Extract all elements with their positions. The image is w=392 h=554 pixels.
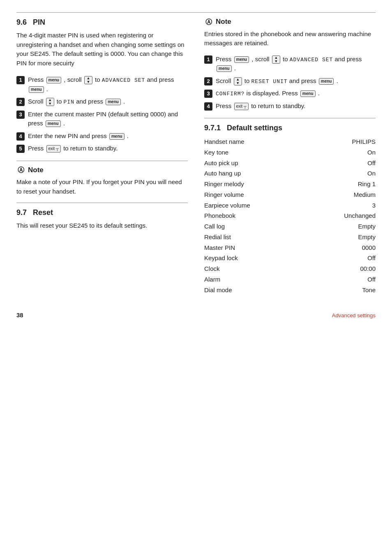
defaults-label: Alarm (204, 274, 306, 285)
pin-step3-dot: . (63, 120, 65, 127)
reset-step1-and-press: and press (335, 55, 362, 62)
reset-step3-dot: . (318, 90, 320, 97)
reset-section-heading: Reset (33, 208, 53, 217)
defaults-value: Off (306, 274, 376, 285)
defaults-value: 3 (306, 200, 376, 211)
defaults-table-row: Ringer volumeMedium (204, 189, 376, 200)
defaults-table-row: Redial listEmpty (204, 232, 376, 242)
left-column: 9.6 PIN The 4-digit master PIN is used w… (16, 17, 188, 295)
defaults-value: Empty (306, 221, 376, 232)
defaults-value: 00:00 (306, 263, 376, 274)
note-label-1: Note (28, 165, 44, 175)
pin-step-1: 1 Press menu , scroll ▲▼ to ADVANCED SET… (16, 75, 188, 94)
pin-step-4: 4 Enter the new PIN and press menu . (16, 132, 188, 141)
reset-step2-dot: . (337, 77, 338, 84)
reset-step-4-content: Press exit ┬ to return to standby. (216, 102, 376, 111)
pin-step-3-content: Enter the current master PIN (default se… (28, 110, 188, 128)
defaults-label: Earpiece volume (204, 200, 306, 211)
defaults-value: Off (306, 158, 376, 169)
nav-scroll-icon-2: ▲▼ (46, 98, 54, 106)
pin-step5-return: to return to standby. (63, 145, 118, 152)
defaults-label: Ringer melody (204, 179, 306, 189)
pin-step-2-content: Scroll ▲▼ to PIN and press menu . (28, 97, 188, 106)
reset-step3-confirm: CONFIRM? (216, 91, 244, 97)
defaults-label: Keypad lock (204, 253, 306, 263)
pin-step5-press: Press (28, 145, 46, 152)
menu-button-icon-r1: menu (234, 56, 249, 63)
page-number: 38 (16, 311, 23, 320)
pin-step4-dot: . (127, 132, 129, 139)
reset-steps-list: 1 Press menu , scroll ▲▼ to ADVANCED SET… (204, 55, 376, 111)
pin-step1-press: Press (28, 76, 46, 83)
reset-step1-advanced-set: ADVANCED SET (290, 57, 333, 63)
menu-button-icon-2: menu (29, 86, 44, 93)
defaults-table-row: Keypad lockOff (204, 253, 376, 263)
defaults-table-row: Ringer melodyRing 1 (204, 179, 376, 189)
note-body-1: Make a note of your PIN. If you forget y… (16, 178, 188, 196)
reset-step-2-content: Scroll ▲▼ to RESET UNIT and press menu . (216, 76, 376, 86)
defaults-value: Ring 1 (306, 179, 376, 189)
exit-button-icon-r4: exit ┬ (234, 103, 249, 110)
defaults-label: Master PIN (204, 242, 306, 253)
reset-step2-reset-unit: RESET UNIT (251, 78, 288, 85)
defaults-section-heading: Default settings (227, 124, 282, 132)
defaults-label: Auto pick up (204, 158, 306, 169)
defaults-table-row: Auto pick upOff (204, 158, 376, 169)
note-body-2: Entries stored in the phonebook and new … (204, 30, 376, 48)
defaults-table-row: Handset namePHILIPS (204, 136, 376, 147)
reset-step1-press: Press (216, 55, 233, 62)
reset-step-num-3: 3 (204, 90, 212, 98)
reset-step-2: 2 Scroll ▲▼ to RESET UNIT and press menu… (204, 76, 376, 86)
defaults-value: On (306, 147, 376, 158)
pin-step1-advanced-set: ADVANCED SET (102, 77, 145, 83)
step-num-2: 2 (16, 98, 25, 106)
reset-step3-text: is displayed. Press (247, 90, 300, 97)
note-title-2: Ⓐ Note (204, 17, 376, 27)
nav-scroll-icon-r1: ▲▼ (272, 55, 280, 64)
note-title-1: Ⓐ Note (16, 165, 188, 175)
pin-step1-scroll: , scroll (64, 76, 83, 83)
pin-section-body: The 4-digit master PIN is used when regi… (16, 31, 188, 68)
menu-button-icon-r2b: menu (319, 78, 334, 85)
defaults-value: Empty (306, 232, 376, 242)
defaults-value: PHILIPS (306, 136, 376, 147)
reset-step-3-content: CONFIRM? is displayed. Press menu . (216, 89, 376, 98)
reset-step-1: 1 Press menu , scroll ▲▼ to ADVANCED SET… (204, 55, 376, 73)
pin-step2-dot: . (123, 98, 125, 105)
note-block-2: Ⓐ Note Entries stored in the phonebook a… (204, 17, 376, 48)
defaults-value: Unchanged (306, 210, 376, 221)
reset-step2-to: to (244, 77, 251, 84)
pin-step-3: 3 Enter the current master PIN (default … (16, 110, 188, 128)
pin-step-2: 2 Scroll ▲▼ to PIN and press menu . (16, 97, 188, 106)
defaults-label: Dial mode (204, 285, 306, 295)
defaults-value: Off (306, 253, 376, 263)
pin-step1-to: to (95, 76, 102, 83)
exit-button-icon: exit ┬ (46, 145, 61, 152)
reset-step1-scroll: , scroll (251, 55, 271, 62)
reset-step4-press: Press (216, 102, 233, 109)
defaults-label: Ringer volume (204, 189, 306, 200)
defaults-table-row: Auto hang upOn (204, 168, 376, 179)
step-num-1: 1 (16, 76, 25, 84)
defaults-table-row: AlarmOff (204, 274, 376, 285)
defaults-table: Handset namePHILIPSKey toneOnAuto pick u… (204, 136, 376, 295)
pin-step2-scroll: Scroll (28, 98, 45, 105)
reset-section-number: 9.7 (16, 208, 27, 217)
defaults-value: 0000 (306, 242, 376, 253)
note-label-2: Note (216, 17, 231, 27)
defaults-section-number: 9.7.1 (204, 124, 221, 132)
right-column: Ⓐ Note Entries stored in the phonebook a… (204, 17, 376, 295)
nav-scroll-icon-r2: ▲▼ (234, 77, 242, 85)
reset-section: 9.7 Reset This will reset your SE245 to … (16, 207, 188, 231)
step-num-5: 5 (16, 145, 25, 153)
menu-button-icon-4: menu (46, 120, 61, 127)
defaults-value: Tone (306, 285, 376, 295)
note-icon-1: Ⓐ (16, 166, 25, 175)
defaults-table-row: Master PIN0000 (204, 242, 376, 253)
reset-step-1-content: Press menu , scroll ▲▼ to ADVANCED SET a… (216, 55, 376, 73)
reset-step-num-1: 1 (204, 55, 212, 64)
menu-button-icon-r3: menu (300, 90, 316, 97)
defaults-section: 9.7.1 Default settings Handset namePHILI… (204, 122, 376, 295)
page-footer: 38 Advanced settings (16, 307, 376, 320)
pin-section-number: 9.6 (16, 18, 27, 26)
